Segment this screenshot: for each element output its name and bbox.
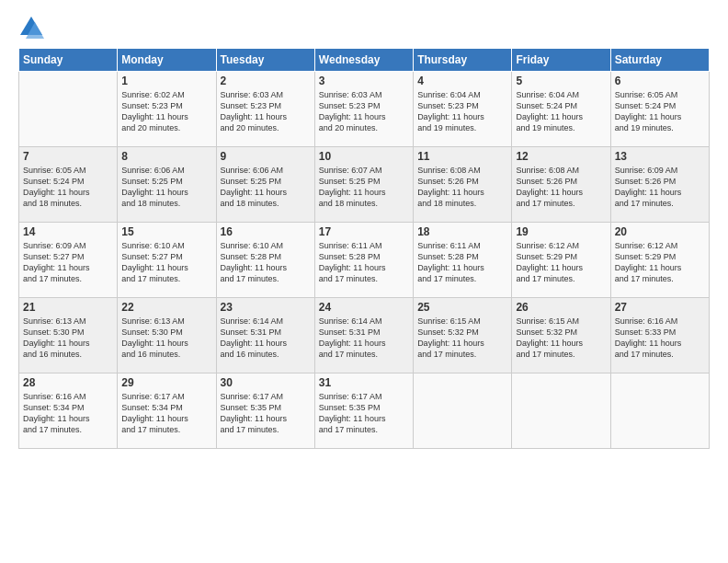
calendar-cell: 3Sunrise: 6:03 AM Sunset: 5:23 PM Daylig… xyxy=(314,72,413,147)
cell-info: Sunrise: 6:08 AM Sunset: 5:26 PM Dayligh… xyxy=(417,165,507,210)
logo xyxy=(18,15,46,40)
header xyxy=(18,15,710,40)
day-number: 5 xyxy=(516,75,606,87)
cell-info: Sunrise: 6:05 AM Sunset: 5:24 PM Dayligh… xyxy=(615,89,705,134)
calendar-cell: 2Sunrise: 6:03 AM Sunset: 5:23 PM Daylig… xyxy=(216,72,314,147)
calendar-cell xyxy=(414,373,512,449)
day-number: 31 xyxy=(319,376,409,389)
calendar-cell: 31Sunrise: 6:17 AM Sunset: 5:35 PM Dayli… xyxy=(314,373,413,449)
header-cell-tuesday: Tuesday xyxy=(216,49,314,72)
day-number: 7 xyxy=(23,150,113,163)
cell-info: Sunrise: 6:14 AM Sunset: 5:31 PM Dayligh… xyxy=(221,316,311,361)
cell-info: Sunrise: 6:04 AM Sunset: 5:23 PM Dayligh… xyxy=(417,89,507,134)
day-number: 2 xyxy=(221,75,311,87)
calendar-cell: 27Sunrise: 6:16 AM Sunset: 5:33 PM Dayli… xyxy=(610,298,709,373)
day-number: 19 xyxy=(516,225,606,238)
cell-info: Sunrise: 6:15 AM Sunset: 5:32 PM Dayligh… xyxy=(516,316,606,361)
header-cell-sunday: Sunday xyxy=(19,49,118,72)
calendar-cell xyxy=(19,72,118,147)
calendar-cell: 5Sunrise: 6:04 AM Sunset: 5:24 PM Daylig… xyxy=(512,72,610,147)
calendar-cell: 21Sunrise: 6:13 AM Sunset: 5:30 PM Dayli… xyxy=(19,298,118,373)
day-number: 13 xyxy=(615,150,705,163)
calendar-cell: 24Sunrise: 6:14 AM Sunset: 5:31 PM Dayli… xyxy=(314,298,413,373)
calendar-header: SundayMondayTuesdayWednesdayThursdayFrid… xyxy=(19,49,710,72)
calendar-cell: 25Sunrise: 6:15 AM Sunset: 5:32 PM Dayli… xyxy=(414,298,512,373)
calendar-cell: 13Sunrise: 6:09 AM Sunset: 5:26 PM Dayli… xyxy=(610,147,709,223)
calendar-cell: 12Sunrise: 6:08 AM Sunset: 5:26 PM Dayli… xyxy=(512,147,610,223)
cell-info: Sunrise: 6:08 AM Sunset: 5:26 PM Dayligh… xyxy=(516,165,606,210)
day-number: 17 xyxy=(319,225,409,238)
cell-info: Sunrise: 6:03 AM Sunset: 5:23 PM Dayligh… xyxy=(319,89,409,134)
day-number: 21 xyxy=(23,301,113,314)
cell-info: Sunrise: 6:13 AM Sunset: 5:30 PM Dayligh… xyxy=(121,316,211,361)
day-number: 24 xyxy=(319,301,409,314)
calendar-cell: 10Sunrise: 6:07 AM Sunset: 5:25 PM Dayli… xyxy=(314,147,413,223)
header-row: SundayMondayTuesdayWednesdayThursdayFrid… xyxy=(19,49,710,72)
cell-info: Sunrise: 6:16 AM Sunset: 5:33 PM Dayligh… xyxy=(615,316,705,361)
day-number: 12 xyxy=(516,150,606,163)
calendar-cell: 19Sunrise: 6:12 AM Sunset: 5:29 PM Dayli… xyxy=(512,223,610,298)
calendar-table: SundayMondayTuesdayWednesdayThursdayFrid… xyxy=(18,48,710,449)
calendar-cell: 7Sunrise: 6:05 AM Sunset: 5:24 PM Daylig… xyxy=(19,147,118,223)
day-number: 29 xyxy=(121,376,211,389)
cell-info: Sunrise: 6:02 AM Sunset: 5:23 PM Dayligh… xyxy=(121,89,211,134)
cell-info: Sunrise: 6:14 AM Sunset: 5:31 PM Dayligh… xyxy=(319,316,409,361)
day-number: 6 xyxy=(615,75,705,87)
calendar-cell: 8Sunrise: 6:06 AM Sunset: 5:25 PM Daylig… xyxy=(118,147,216,223)
calendar-cell: 26Sunrise: 6:15 AM Sunset: 5:32 PM Dayli… xyxy=(512,298,610,373)
header-cell-saturday: Saturday xyxy=(610,49,709,72)
day-number: 10 xyxy=(319,150,409,163)
calendar-cell: 6Sunrise: 6:05 AM Sunset: 5:24 PM Daylig… xyxy=(610,72,709,147)
header-cell-wednesday: Wednesday xyxy=(314,49,413,72)
calendar-cell xyxy=(512,373,610,449)
calendar-cell: 17Sunrise: 6:11 AM Sunset: 5:28 PM Dayli… xyxy=(314,223,413,298)
week-row-4: 21Sunrise: 6:13 AM Sunset: 5:30 PM Dayli… xyxy=(19,298,710,373)
day-number: 16 xyxy=(221,225,311,238)
week-row-5: 28Sunrise: 6:16 AM Sunset: 5:34 PM Dayli… xyxy=(19,373,710,449)
calendar-cell: 14Sunrise: 6:09 AM Sunset: 5:27 PM Dayli… xyxy=(19,223,118,298)
day-number: 30 xyxy=(221,376,311,389)
calendar-cell: 28Sunrise: 6:16 AM Sunset: 5:34 PM Dayli… xyxy=(19,373,118,449)
day-number: 14 xyxy=(23,225,113,238)
calendar-cell: 18Sunrise: 6:11 AM Sunset: 5:28 PM Dayli… xyxy=(414,223,512,298)
calendar-cell: 20Sunrise: 6:12 AM Sunset: 5:29 PM Dayli… xyxy=(610,223,709,298)
cell-info: Sunrise: 6:13 AM Sunset: 5:30 PM Dayligh… xyxy=(23,316,113,361)
day-number: 18 xyxy=(417,225,507,238)
day-number: 1 xyxy=(121,75,211,87)
day-number: 26 xyxy=(516,301,606,314)
header-cell-thursday: Thursday xyxy=(414,49,512,72)
calendar-cell: 15Sunrise: 6:10 AM Sunset: 5:27 PM Dayli… xyxy=(118,223,216,298)
calendar-body: 1Sunrise: 6:02 AM Sunset: 5:23 PM Daylig… xyxy=(19,72,710,449)
cell-info: Sunrise: 6:06 AM Sunset: 5:25 PM Dayligh… xyxy=(221,165,311,210)
day-number: 22 xyxy=(121,301,211,314)
cell-info: Sunrise: 6:11 AM Sunset: 5:28 PM Dayligh… xyxy=(319,240,409,285)
calendar-cell xyxy=(610,373,709,449)
cell-info: Sunrise: 6:06 AM Sunset: 5:25 PM Dayligh… xyxy=(121,165,211,210)
week-row-2: 7Sunrise: 6:05 AM Sunset: 5:24 PM Daylig… xyxy=(19,147,710,223)
day-number: 20 xyxy=(615,225,705,238)
week-row-1: 1Sunrise: 6:02 AM Sunset: 5:23 PM Daylig… xyxy=(19,72,710,147)
day-number: 8 xyxy=(121,150,211,163)
day-number: 9 xyxy=(221,150,311,163)
cell-info: Sunrise: 6:16 AM Sunset: 5:34 PM Dayligh… xyxy=(23,391,113,436)
logo-icon xyxy=(18,15,44,40)
day-number: 11 xyxy=(417,150,507,163)
calendar-cell: 30Sunrise: 6:17 AM Sunset: 5:35 PM Dayli… xyxy=(216,373,314,449)
week-row-3: 14Sunrise: 6:09 AM Sunset: 5:27 PM Dayli… xyxy=(19,223,710,298)
cell-info: Sunrise: 6:04 AM Sunset: 5:24 PM Dayligh… xyxy=(516,89,606,134)
page: SundayMondayTuesdayWednesdayThursdayFrid… xyxy=(0,0,728,563)
cell-info: Sunrise: 6:10 AM Sunset: 5:27 PM Dayligh… xyxy=(121,240,211,285)
day-number: 23 xyxy=(221,301,311,314)
calendar-cell: 1Sunrise: 6:02 AM Sunset: 5:23 PM Daylig… xyxy=(118,72,216,147)
day-number: 4 xyxy=(417,75,507,87)
day-number: 25 xyxy=(417,301,507,314)
cell-info: Sunrise: 6:12 AM Sunset: 5:29 PM Dayligh… xyxy=(615,240,705,285)
calendar-cell: 11Sunrise: 6:08 AM Sunset: 5:26 PM Dayli… xyxy=(414,147,512,223)
cell-info: Sunrise: 6:17 AM Sunset: 5:35 PM Dayligh… xyxy=(319,391,409,436)
day-number: 3 xyxy=(319,75,409,87)
day-number: 27 xyxy=(615,301,705,314)
header-cell-friday: Friday xyxy=(512,49,610,72)
cell-info: Sunrise: 6:17 AM Sunset: 5:34 PM Dayligh… xyxy=(121,391,211,436)
cell-info: Sunrise: 6:05 AM Sunset: 5:24 PM Dayligh… xyxy=(23,165,113,210)
cell-info: Sunrise: 6:11 AM Sunset: 5:28 PM Dayligh… xyxy=(417,240,507,285)
